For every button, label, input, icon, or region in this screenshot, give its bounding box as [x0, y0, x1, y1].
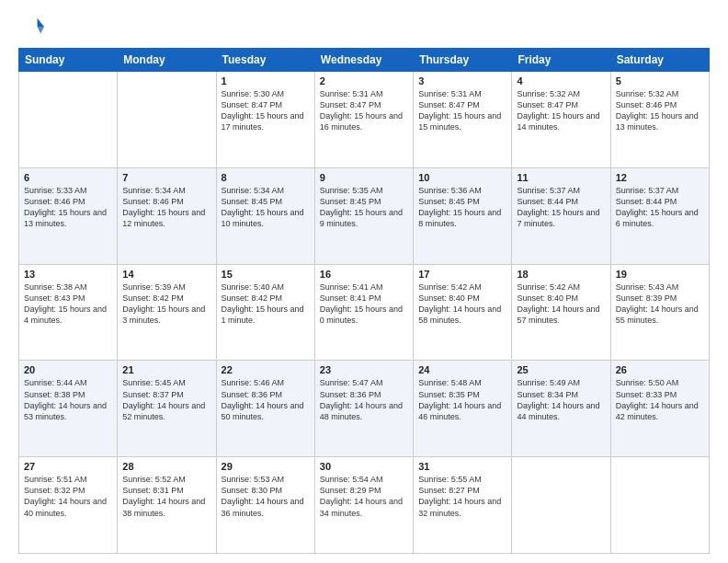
calendar-cell: 5Sunrise: 5:32 AM Sunset: 8:46 PM Daylig… [610, 72, 709, 168]
weekday-header-cell: Saturday [610, 49, 709, 72]
day-number: 25 [517, 364, 605, 375]
day-number: 8 [222, 172, 310, 183]
calendar-cell [19, 72, 118, 168]
calendar-cell: 10Sunrise: 5:36 AM Sunset: 8:45 PM Dayli… [414, 167, 512, 264]
calendar-body: 1Sunrise: 5:30 AM Sunset: 8:47 PM Daylig… [19, 72, 710, 554]
day-number: 14 [122, 269, 210, 280]
day-info: Sunrise: 5:32 AM Sunset: 8:46 PM Dayligh… [616, 88, 704, 133]
day-number: 27 [24, 461, 112, 472]
calendar-cell: 13Sunrise: 5:38 AM Sunset: 8:43 PM Dayli… [19, 264, 118, 361]
calendar-cell: 21Sunrise: 5:45 AM Sunset: 8:37 PM Dayli… [118, 361, 216, 457]
calendar-cell: 1Sunrise: 5:30 AM Sunset: 8:47 PM Daylig… [216, 72, 314, 168]
calendar-week-row: 20Sunrise: 5:44 AM Sunset: 8:38 PM Dayli… [19, 361, 710, 457]
calendar-cell: 14Sunrise: 5:39 AM Sunset: 8:42 PM Dayli… [118, 264, 216, 361]
day-info: Sunrise: 5:50 AM Sunset: 8:33 PM Dayligh… [616, 377, 704, 422]
calendar-cell: 9Sunrise: 5:35 AM Sunset: 8:45 PM Daylig… [314, 167, 413, 264]
day-info: Sunrise: 5:46 AM Sunset: 8:36 PM Dayligh… [222, 377, 310, 422]
day-number: 18 [517, 269, 605, 280]
day-info: Sunrise: 5:39 AM Sunset: 8:42 PM Dayligh… [122, 282, 210, 327]
weekday-header-cell: Sunday [19, 49, 118, 72]
page: SundayMondayTuesdayWednesdayThursdayFrid… [0, 0, 728, 563]
calendar-cell [610, 457, 709, 554]
calendar-week-row: 27Sunrise: 5:51 AM Sunset: 8:32 PM Dayli… [19, 457, 710, 554]
day-info: Sunrise: 5:34 AM Sunset: 8:45 PM Dayligh… [222, 185, 310, 230]
day-info: Sunrise: 5:31 AM Sunset: 8:47 PM Dayligh… [320, 88, 408, 133]
calendar-week-row: 6Sunrise: 5:33 AM Sunset: 8:46 PM Daylig… [19, 167, 710, 264]
calendar-cell [118, 72, 216, 168]
day-number: 6 [24, 172, 112, 183]
day-number: 7 [122, 172, 210, 183]
day-info: Sunrise: 5:44 AM Sunset: 8:38 PM Dayligh… [24, 377, 112, 422]
day-number: 28 [122, 461, 210, 472]
day-number: 9 [320, 172, 408, 183]
weekday-header-row: SundayMondayTuesdayWednesdayThursdayFrid… [19, 49, 710, 72]
day-info: Sunrise: 5:47 AM Sunset: 8:36 PM Dayligh… [320, 377, 408, 422]
day-info: Sunrise: 5:42 AM Sunset: 8:40 PM Dayligh… [517, 282, 605, 327]
day-number: 1 [222, 75, 310, 86]
calendar-cell: 4Sunrise: 5:32 AM Sunset: 8:47 PM Daylig… [512, 72, 610, 168]
day-info: Sunrise: 5:35 AM Sunset: 8:45 PM Dayligh… [320, 185, 408, 230]
calendar-cell: 25Sunrise: 5:49 AM Sunset: 8:34 PM Dayli… [512, 361, 610, 457]
weekday-header-cell: Tuesday [216, 49, 314, 72]
calendar-cell: 28Sunrise: 5:52 AM Sunset: 8:31 PM Dayli… [118, 457, 216, 554]
day-info: Sunrise: 5:38 AM Sunset: 8:43 PM Dayligh… [24, 282, 112, 327]
logo [18, 15, 48, 40]
day-number: 19 [616, 269, 704, 280]
calendar-cell: 11Sunrise: 5:37 AM Sunset: 8:44 PM Dayli… [512, 167, 610, 264]
calendar-cell: 7Sunrise: 5:34 AM Sunset: 8:46 PM Daylig… [118, 167, 216, 264]
calendar-week-row: 13Sunrise: 5:38 AM Sunset: 8:43 PM Dayli… [19, 264, 710, 361]
calendar-cell: 8Sunrise: 5:34 AM Sunset: 8:45 PM Daylig… [216, 167, 314, 264]
day-info: Sunrise: 5:42 AM Sunset: 8:40 PM Dayligh… [418, 282, 506, 327]
day-number: 13 [24, 269, 112, 280]
calendar-cell: 19Sunrise: 5:43 AM Sunset: 8:39 PM Dayli… [610, 264, 709, 361]
day-info: Sunrise: 5:33 AM Sunset: 8:46 PM Dayligh… [24, 185, 112, 230]
calendar-cell [512, 457, 610, 554]
day-info: Sunrise: 5:36 AM Sunset: 8:45 PM Dayligh… [418, 185, 506, 230]
day-info: Sunrise: 5:34 AM Sunset: 8:46 PM Dayligh… [122, 185, 210, 230]
day-number: 4 [517, 75, 605, 86]
day-number: 12 [616, 172, 704, 183]
day-info: Sunrise: 5:41 AM Sunset: 8:41 PM Dayligh… [320, 282, 408, 327]
day-info: Sunrise: 5:37 AM Sunset: 8:44 PM Dayligh… [616, 185, 704, 230]
day-info: Sunrise: 5:37 AM Sunset: 8:44 PM Dayligh… [517, 185, 605, 230]
calendar-cell: 31Sunrise: 5:55 AM Sunset: 8:27 PM Dayli… [414, 457, 512, 554]
day-number: 24 [418, 364, 506, 375]
day-number: 31 [418, 461, 506, 472]
calendar-cell: 24Sunrise: 5:48 AM Sunset: 8:35 PM Dayli… [414, 361, 512, 457]
day-info: Sunrise: 5:45 AM Sunset: 8:37 PM Dayligh… [122, 377, 210, 422]
day-number: 30 [320, 461, 408, 472]
calendar-week-row: 1Sunrise: 5:30 AM Sunset: 8:47 PM Daylig… [19, 72, 710, 168]
day-info: Sunrise: 5:53 AM Sunset: 8:30 PM Dayligh… [222, 474, 310, 519]
day-info: Sunrise: 5:55 AM Sunset: 8:27 PM Dayligh… [418, 474, 506, 519]
day-number: 5 [616, 75, 704, 86]
day-number: 29 [222, 461, 310, 472]
calendar-cell: 20Sunrise: 5:44 AM Sunset: 8:38 PM Dayli… [19, 361, 118, 457]
calendar-cell: 27Sunrise: 5:51 AM Sunset: 8:32 PM Dayli… [19, 457, 118, 554]
day-info: Sunrise: 5:31 AM Sunset: 8:47 PM Dayligh… [418, 88, 506, 133]
day-number: 23 [320, 364, 408, 375]
header [18, 15, 710, 40]
day-info: Sunrise: 5:48 AM Sunset: 8:35 PM Dayligh… [418, 377, 506, 422]
calendar-cell: 12Sunrise: 5:37 AM Sunset: 8:44 PM Dayli… [610, 167, 709, 264]
day-number: 2 [320, 75, 408, 86]
day-number: 21 [122, 364, 210, 375]
day-number: 11 [517, 172, 605, 183]
calendar-cell: 3Sunrise: 5:31 AM Sunset: 8:47 PM Daylig… [414, 72, 512, 168]
svg-marker-1 [38, 27, 44, 33]
day-info: Sunrise: 5:32 AM Sunset: 8:47 PM Dayligh… [517, 88, 605, 133]
logo-icon [18, 15, 44, 40]
calendar-cell: 22Sunrise: 5:46 AM Sunset: 8:36 PM Dayli… [216, 361, 314, 457]
day-info: Sunrise: 5:54 AM Sunset: 8:29 PM Dayligh… [320, 474, 408, 519]
calendar-cell: 16Sunrise: 5:41 AM Sunset: 8:41 PM Dayli… [314, 264, 413, 361]
day-number: 26 [616, 364, 704, 375]
calendar-cell: 23Sunrise: 5:47 AM Sunset: 8:36 PM Dayli… [314, 361, 413, 457]
day-number: 20 [24, 364, 112, 375]
day-number: 16 [320, 269, 408, 280]
calendar-cell: 26Sunrise: 5:50 AM Sunset: 8:33 PM Dayli… [610, 361, 709, 457]
day-info: Sunrise: 5:52 AM Sunset: 8:31 PM Dayligh… [122, 474, 210, 519]
calendar-cell: 30Sunrise: 5:54 AM Sunset: 8:29 PM Dayli… [314, 457, 413, 554]
calendar-cell: 15Sunrise: 5:40 AM Sunset: 8:42 PM Dayli… [216, 264, 314, 361]
calendar-table: SundayMondayTuesdayWednesdayThursdayFrid… [18, 48, 710, 554]
calendar-cell: 17Sunrise: 5:42 AM Sunset: 8:40 PM Dayli… [414, 264, 512, 361]
day-number: 17 [418, 269, 506, 280]
